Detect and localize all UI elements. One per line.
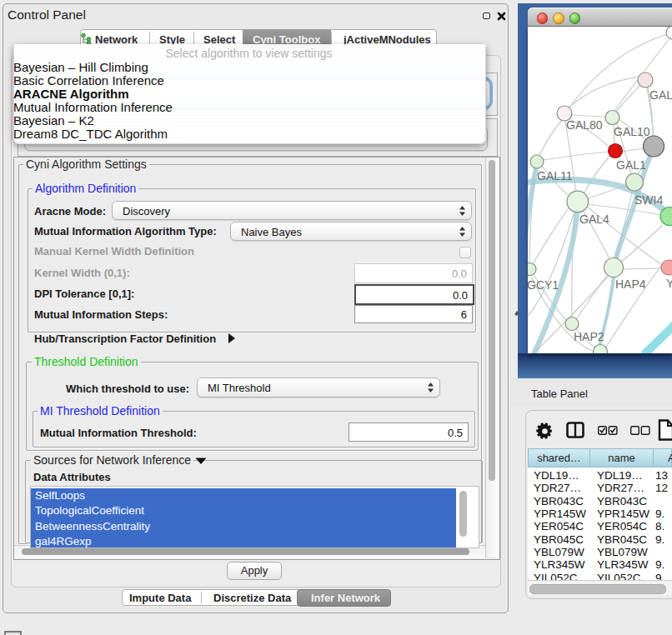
- svg-text:GAL1: GAL1: [616, 158, 646, 172]
- svg-text:GAL10: GAL10: [614, 125, 650, 138]
- svg-text:GCY1: GCY1: [528, 278, 559, 292]
- svg-text:GAL11: GAL11: [537, 169, 573, 182]
- svg-text:SWI4: SWI4: [634, 193, 663, 207]
- svg-text:GAL80: GAL80: [566, 118, 603, 132]
- svg-text:HAP4: HAP4: [615, 278, 646, 291]
- svg-text:GAL7: GAL7: [649, 88, 672, 102]
- svg-text:YM: YM: [666, 277, 672, 290]
- svg-text:GAL4: GAL4: [579, 212, 609, 226]
- svg-text:HAP2: HAP2: [574, 330, 604, 343]
